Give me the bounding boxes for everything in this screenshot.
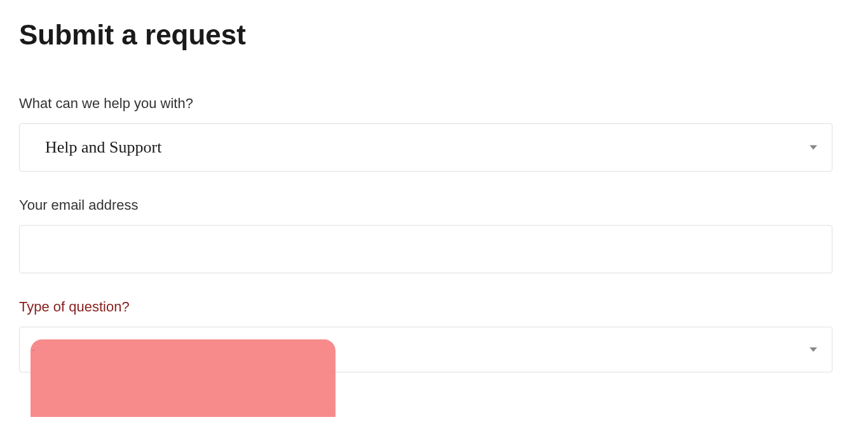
email-label: Your email address xyxy=(19,197,849,214)
help-topic-selected-value: Help and Support xyxy=(45,138,161,157)
help-topic-select[interactable]: Help and Support xyxy=(19,123,832,172)
question-type-label: Type of question? xyxy=(19,299,849,315)
page-title: Submit a request xyxy=(19,19,849,51)
form-container: Submit a request What can we help you wi… xyxy=(19,19,849,372)
question-type-selected-value: - xyxy=(31,343,36,357)
question-type-select[interactable]: - xyxy=(19,327,832,372)
question-type-select-wrapper: - xyxy=(19,327,832,372)
email-group: Your email address xyxy=(19,197,849,273)
email-field[interactable] xyxy=(19,225,832,273)
help-topic-label: What can we help you with? xyxy=(19,95,849,112)
question-type-group: Type of question? - xyxy=(19,299,849,372)
help-topic-group: What can we help you with? Help and Supp… xyxy=(19,95,849,172)
help-topic-select-wrapper: Help and Support xyxy=(19,123,832,172)
